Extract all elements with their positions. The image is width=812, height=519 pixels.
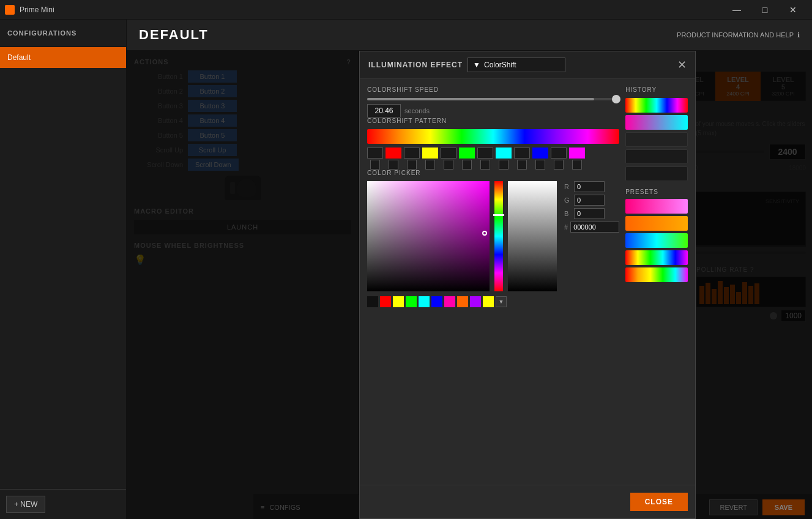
hue-strip[interactable] [494, 181, 503, 291]
minimize-button[interactable]: — [723, 0, 751, 20]
title-bar: Prime Mini — □ ✕ [0, 0, 812, 20]
app-body: CONFIGURATIONS Default + NEW DEFAULT PRO… [0, 20, 812, 519]
pattern-swatch-5[interactable] [459, 147, 475, 170]
preset-swatch-0[interactable] [625, 199, 688, 214]
main-content: DEFAULT PRODUCT INFORMATION AND HELP ℹ A… [127, 20, 812, 519]
recent-colors-dropdown[interactable]: ▼ [496, 296, 507, 307]
speed-value: 20.46 [367, 104, 401, 118]
effect-row: ILLUMINATION EFFECT ▼ ColorShift [368, 58, 565, 72]
app-title: Prime Mini [20, 6, 54, 14]
hash-label: # [564, 223, 568, 231]
hue-marker [493, 214, 504, 216]
speed-label: COLORSHIFT SPEED [367, 86, 619, 93]
modal-overlay: ILLUMINATION EFFECT ▼ ColorShift ✕ [127, 51, 812, 519]
red-label: R [564, 183, 572, 190]
dialog-footer: CLOSE [360, 485, 695, 518]
dialog-body: COLORSHIFT SPEED 20.46 [360, 79, 695, 485]
illumination-dialog: ILLUMINATION EFFECT ▼ ColorShift ✕ [359, 51, 696, 519]
recent-colors-row: ▼ [367, 296, 619, 307]
preset-swatch-1[interactable] [625, 216, 688, 231]
history-swatch-2[interactable] [625, 132, 688, 147]
pattern-swatch-11[interactable] [569, 147, 585, 170]
speed-slider-fill [367, 98, 594, 100]
product-info-link[interactable]: PRODUCT INFORMATION AND HELP ℹ [677, 31, 800, 39]
recent-color-blue[interactable] [431, 296, 442, 307]
effect-dropdown[interactable]: ▼ ColorShift [467, 58, 565, 72]
recent-color-cyan[interactable] [419, 296, 430, 307]
window-controls: — □ ✕ [723, 0, 807, 20]
history-swatch-1[interactable] [625, 115, 688, 130]
pattern-swatch-1[interactable] [386, 147, 401, 170]
red-input[interactable] [574, 181, 605, 192]
dialog-right-col: HISTORY PRESETS [625, 86, 688, 307]
preset-swatch-2[interactable] [625, 233, 688, 248]
close-dialog-button[interactable]: CLOSE [630, 493, 688, 511]
color-gradient[interactable] [367, 181, 490, 291]
pattern-swatch-9[interactable] [532, 147, 548, 170]
recent-color-orange[interactable] [457, 296, 468, 307]
sidebar-item-default[interactable]: Default [0, 47, 126, 68]
green-input-row: G [564, 195, 619, 206]
speed-section: COLORSHIFT SPEED 20.46 [367, 86, 619, 118]
dialog-close-icon-button[interactable]: ✕ [677, 59, 687, 70]
sidebar-title: CONFIGURATIONS [0, 20, 126, 47]
hex-input-row: # [564, 222, 619, 233]
speed-slider-track[interactable] [367, 98, 619, 100]
recent-color-purple[interactable] [470, 296, 481, 307]
pattern-swatch-7[interactable] [496, 147, 512, 170]
history-swatch-4[interactable] [625, 166, 688, 181]
preset-swatch-4[interactable] [625, 267, 688, 282]
color-picker-section: COLOR PICKER [367, 170, 619, 307]
recent-color-red[interactable] [380, 296, 391, 307]
app-icon [5, 5, 15, 15]
maximize-button[interactable]: □ [751, 0, 779, 20]
sidebar: CONFIGURATIONS Default + NEW [0, 20, 127, 519]
pattern-swatch-10[interactable] [551, 147, 567, 170]
pattern-gradient-bar [367, 129, 619, 144]
speed-slider-row [367, 98, 619, 100]
green-label: G [564, 196, 572, 204]
history-title: HISTORY [625, 86, 688, 93]
dialog-left-col: COLORSHIFT SPEED 20.46 [367, 86, 619, 307]
speed-value-row: 20.46 seconds [367, 104, 619, 118]
picker-label: COLOR PICKER [367, 170, 619, 176]
brightness-strip[interactable] [508, 181, 557, 291]
blue-input[interactable] [574, 208, 605, 219]
recent-color-black[interactable] [367, 296, 378, 307]
pattern-swatches-row [367, 147, 619, 170]
hex-input[interactable] [570, 222, 619, 233]
red-input-row: R [564, 181, 619, 192]
pattern-swatch-8[interactable] [514, 147, 530, 170]
new-config-button[interactable]: + NEW [6, 496, 45, 513]
pattern-label: COLORSHIFT PATTERN [367, 118, 619, 124]
pattern-swatch-0[interactable] [367, 147, 383, 170]
recent-color-yellow2[interactable] [483, 296, 494, 307]
recent-color-pink[interactable] [444, 296, 455, 307]
picker-body: R G B [367, 181, 619, 291]
history-swatch-0[interactable] [625, 98, 688, 113]
blue-input-row: B [564, 208, 619, 219]
pattern-swatch-6[interactable] [477, 147, 493, 170]
main-area: ACTIONS ? Button 1 Button 1 Button 2 But… [127, 51, 812, 519]
green-input[interactable] [574, 195, 605, 206]
speed-slider-thumb[interactable] [612, 95, 620, 103]
picker-cursor [482, 231, 487, 236]
page-title: DEFAULT [139, 27, 209, 43]
dialog-header: ILLUMINATION EFFECT ▼ ColorShift ✕ [360, 51, 695, 79]
picker-controls: R G B [564, 181, 619, 291]
blue-label: B [564, 210, 572, 217]
pattern-swatch-3[interactable] [422, 147, 438, 170]
history-swatch-3[interactable] [625, 149, 688, 164]
pattern-section: COLORSHIFT PATTERN [367, 118, 619, 170]
pattern-swatch-2[interactable] [404, 147, 420, 170]
recent-color-yellow[interactable] [393, 296, 404, 307]
pattern-swatch-4[interactable] [441, 147, 456, 170]
preset-swatch-3[interactable] [625, 250, 688, 265]
main-header: DEFAULT PRODUCT INFORMATION AND HELP ℹ [127, 20, 812, 51]
dialog-title: ILLUMINATION EFFECT [368, 61, 463, 69]
title-bar-left: Prime Mini [5, 5, 54, 15]
dropdown-arrow-icon: ▼ [473, 61, 480, 69]
close-button[interactable]: ✕ [779, 0, 807, 20]
effect-value: ColorShift [484, 61, 516, 69]
recent-color-green[interactable] [406, 296, 417, 307]
